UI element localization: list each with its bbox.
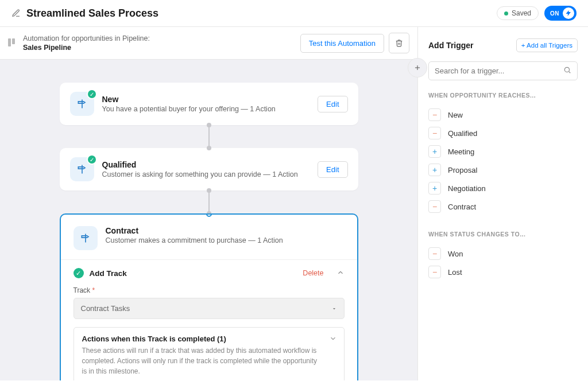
subheader-line2: Sales Pipeline xyxy=(23,44,150,52)
required-asterisk: * xyxy=(92,286,95,294)
toggle-label: ON xyxy=(550,10,559,17)
card-title: Contract xyxy=(106,226,345,235)
card-title: Qualified xyxy=(102,160,310,169)
search-icon xyxy=(563,66,571,76)
connector xyxy=(208,190,210,213)
check-icon: ✓ xyxy=(74,268,84,278)
chevron-up-icon xyxy=(336,269,345,277)
milestone-icon: ✓ xyxy=(70,92,94,116)
trigger-label: Negotiation xyxy=(448,184,486,193)
svg-point-2 xyxy=(564,67,569,72)
milestone-card-new[interactable]: ✓ New You have a potential buyer for you… xyxy=(60,83,358,125)
canvas: Automation for opportunities in Pipeline… xyxy=(0,27,418,380)
expand-actions-toggle[interactable] xyxy=(329,335,337,344)
actions-description: These actions will run if a track that w… xyxy=(82,345,336,376)
track-select-value: Contract Tasks xyxy=(81,304,130,313)
card-subtitle: Customer is asking for something you can… xyxy=(102,170,310,178)
delete-automation-button[interactable] xyxy=(389,33,409,53)
test-automation-button[interactable]: Test this Automation xyxy=(300,34,384,53)
trash-icon xyxy=(395,39,403,47)
trigger-label: Meeting xyxy=(448,147,474,156)
plus-icon: + xyxy=(428,145,441,158)
chevron-down-icon xyxy=(329,335,337,343)
trigger-label: Proposal xyxy=(448,166,477,174)
minus-icon: − xyxy=(428,127,441,139)
trigger-group-label: When Opportunity Reaches... xyxy=(428,92,578,99)
trigger-item[interactable]: −Contract xyxy=(428,197,578,216)
add-track-label: Add Track xyxy=(90,269,297,278)
signpost-icon xyxy=(76,98,88,110)
collapse-toggle[interactable] xyxy=(336,269,345,278)
track-field-label: Track * xyxy=(74,286,345,294)
milestone-icon: ✓ xyxy=(70,157,94,181)
trigger-search[interactable] xyxy=(428,61,578,80)
caret-down-icon xyxy=(331,306,337,312)
status-dot-icon xyxy=(504,11,508,15)
pencil-icon[interactable] xyxy=(11,9,21,18)
signpost-icon xyxy=(80,232,91,244)
card-title: New xyxy=(102,95,310,104)
saved-indicator: Saved xyxy=(497,6,539,20)
minus-icon: − xyxy=(428,266,441,278)
minus-icon: − xyxy=(428,200,441,213)
page-title: Streamlined Sales Process xyxy=(26,7,158,20)
search-input[interactable] xyxy=(435,67,563,75)
trigger-item[interactable]: +Proposal xyxy=(428,161,578,179)
plus-icon: + xyxy=(428,182,441,195)
actions-title: Actions when this Track is completed (1) xyxy=(82,335,336,343)
trigger-item[interactable]: −Won xyxy=(428,244,578,263)
signpost-icon xyxy=(76,164,88,175)
trigger-label: Qualified xyxy=(448,129,477,138)
check-icon: ✓ xyxy=(87,89,97,99)
milestone-card-qualified[interactable]: ✓ Qualified Customer is asking for somet… xyxy=(60,148,358,190)
minus-icon: − xyxy=(428,108,441,121)
milestone-icon xyxy=(74,226,98,250)
trigger-item[interactable]: −Lost xyxy=(428,263,578,281)
edit-button[interactable]: Edit xyxy=(318,96,347,112)
track-select[interactable]: Contract Tasks xyxy=(74,298,345,319)
connector xyxy=(208,125,210,148)
saved-label: Saved xyxy=(512,9,531,17)
trigger-item[interactable]: −New xyxy=(428,106,578,124)
edit-button[interactable]: Edit xyxy=(318,161,347,178)
sidebar: Add Trigger + Add all Triggers When Oppo… xyxy=(418,27,588,380)
plus-icon: + xyxy=(428,164,441,176)
pipeline-icon xyxy=(8,38,17,48)
svg-line-3 xyxy=(569,72,571,73)
trigger-item[interactable]: +Meeting xyxy=(428,142,578,161)
add-all-triggers-button[interactable]: + Add all Triggers xyxy=(516,38,578,52)
subheader-line1: Automation for opportunities in Pipeline… xyxy=(23,34,150,42)
trigger-label: Lost xyxy=(448,268,462,277)
card-subtitle: You have a potential buyer for your offe… xyxy=(102,105,310,113)
bolt-icon xyxy=(563,7,574,19)
milestone-card-contract-expanded: Contract Customer makes a commitment to … xyxy=(60,213,358,380)
subheader: Automation for opportunities in Pipeline… xyxy=(0,27,417,60)
trigger-label: Contract xyxy=(448,203,476,211)
trigger-label: Won xyxy=(448,250,463,258)
check-icon: ✓ xyxy=(87,154,97,165)
trigger-item[interactable]: +Negotiation xyxy=(428,179,578,197)
automation-toggle[interactable]: ON xyxy=(544,6,577,21)
add-panel-button[interactable] xyxy=(408,58,427,77)
plus-icon xyxy=(413,64,421,72)
delete-track-link[interactable]: Delete xyxy=(303,269,323,277)
trigger-item[interactable]: −Qualified xyxy=(428,124,578,142)
track-completed-actions-panel[interactable]: Actions when this Track is completed (1)… xyxy=(74,327,345,380)
trigger-group-label: When Status Changes To... xyxy=(428,231,578,238)
topbar: Streamlined Sales Process Saved ON xyxy=(0,0,588,27)
sidebar-title: Add Trigger xyxy=(428,41,474,50)
minus-icon: − xyxy=(428,247,441,260)
card-subtitle: Customer makes a commitment to purchase … xyxy=(106,236,345,244)
trigger-label: New xyxy=(448,111,463,119)
